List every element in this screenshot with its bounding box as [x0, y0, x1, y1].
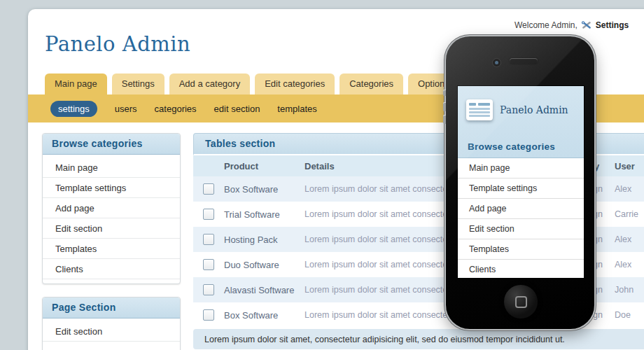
tab-categories[interactable]: Categories [340, 74, 403, 94]
tab-add-a-category[interactable]: Add a category [169, 74, 250, 94]
phone-mockup: Panelo Admin Browse categories Main page… [446, 36, 594, 329]
app-title: Panelo Admin [45, 32, 190, 56]
sidebar-item-clients[interactable]: Clients [43, 259, 180, 279]
page-section-title: Page Section [43, 298, 180, 318]
cell-product: Hosting Pack [224, 234, 304, 245]
subnav-settings[interactable]: settings [50, 101, 97, 117]
phone-menu-list: Main page Template settings Add page Edi… [458, 158, 584, 279]
subnav-templates[interactable]: templates [277, 104, 316, 114]
phone-menu-item-templates[interactable]: Templates [458, 239, 584, 260]
cell-user: Doe [615, 310, 644, 320]
cell-user: Alex [615, 260, 644, 270]
cell-user: Alex [615, 184, 644, 194]
header-user-area: Welcome Admin, Settings [514, 20, 629, 31]
phone-volume-up-button[interactable] [443, 102, 446, 111]
row-checkbox[interactable] [203, 209, 214, 220]
cell-user: Carrie [615, 209, 644, 219]
table-footer-note: Lorem ipsum dolor sit amet, consectetur … [193, 329, 644, 349]
phone-app-header: Panelo Admin Browse categories [458, 86, 584, 158]
row-checkbox[interactable] [203, 284, 214, 295]
cell-user: John [615, 285, 644, 295]
phone-menu-item-main-page[interactable]: Main page [458, 158, 584, 178]
tab-edit-categories[interactable]: Edit categories [255, 74, 335, 94]
app-window-icon [466, 99, 493, 120]
column-header-user: User [615, 161, 644, 172]
sidebar-item-edit-section[interactable]: Edit section [43, 218, 180, 239]
row-checkbox[interactable] [203, 309, 214, 321]
tab-main-page[interactable]: Main page [45, 74, 107, 94]
sidebar-item-main-page[interactable]: Main page [43, 158, 180, 178]
tab-settings[interactable]: Settings [112, 74, 164, 94]
phone-app-title: Panelo Admin [500, 104, 568, 115]
cell-product: Box Software [224, 310, 304, 321]
phone-menu-title: Browse categories [458, 136, 584, 158]
phone-menu-item-clients[interactable]: Clients [458, 260, 584, 279]
tools-icon [581, 20, 592, 31]
page-section-list: Edit section [43, 321, 180, 342]
browse-categories-panel: Browse categories Main page Template set… [42, 133, 181, 284]
page-section-panel: Page Section Edit section [42, 297, 181, 350]
phone-screen: Panelo Admin Browse categories Main page… [457, 85, 584, 279]
phone-home-button[interactable] [504, 285, 538, 318]
cell-user: Alex [615, 234, 644, 244]
sidebar-item-template-settings[interactable]: Template settings [43, 178, 180, 198]
subnav-edit-section[interactable]: edit section [214, 104, 260, 114]
row-checkbox[interactable] [203, 183, 214, 195]
subnav-users[interactable]: users [115, 104, 137, 114]
settings-link[interactable]: Settings [596, 20, 629, 30]
cell-product: Duo Software [224, 260, 304, 270]
column-header-product: Product [224, 161, 304, 172]
sidebar-item-edit-section-2[interactable]: Edit section [43, 321, 180, 342]
browse-categories-title: Browse categories [43, 134, 180, 155]
sidebar-item-templates[interactable]: Templates [43, 239, 180, 259]
welcome-text: Welcome Admin, [514, 20, 578, 30]
cell-product: Box Software [224, 184, 304, 195]
phone-speaker-icon [510, 58, 538, 64]
phone-mute-switch[interactable] [443, 90, 446, 96]
row-checkbox[interactable] [203, 259, 214, 270]
phone-menu-item-add-page[interactable]: Add page [458, 199, 584, 219]
phone-camera-icon [492, 58, 501, 67]
phone-menu-item-edit-section[interactable]: Edit section [458, 219, 584, 239]
cell-product: Alavasti Software [224, 285, 304, 295]
sidebar-item-add-page[interactable]: Add page [43, 198, 180, 218]
main-tabs: Main page Settings Add a category Edit c… [45, 75, 507, 94]
cell-product: Trial Software [224, 209, 304, 220]
subnav-categories[interactable]: categories [155, 104, 197, 114]
row-checkbox[interactable] [203, 234, 214, 245]
phone-menu-item-template-settings[interactable]: Template settings [458, 178, 584, 199]
phone-volume-down-button[interactable] [443, 115, 446, 124]
browse-categories-list: Main page Template settings Add page Edi… [43, 158, 180, 279]
